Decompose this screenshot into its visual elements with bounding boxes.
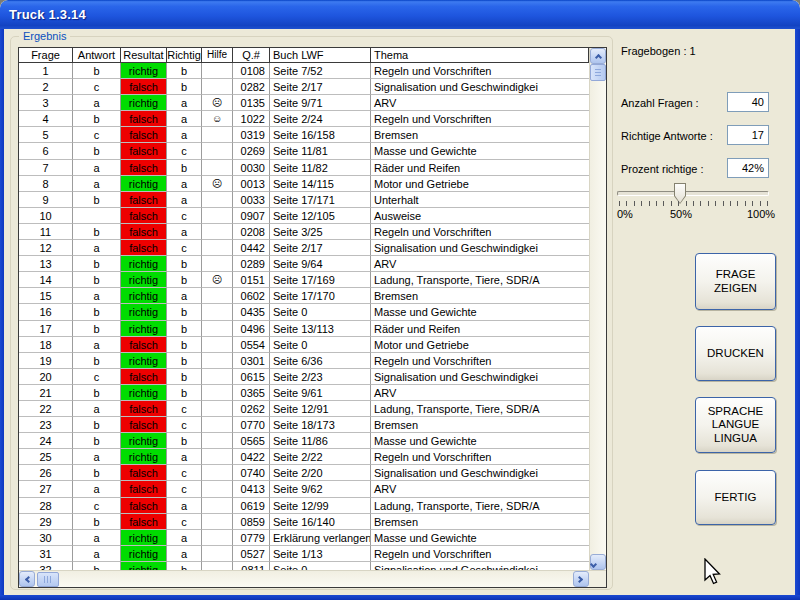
column-header-hilfe[interactable]: Hilfe xyxy=(202,48,233,63)
richtige-antworte-label: Richtige Antworte : xyxy=(621,129,713,143)
column-header-buch-lwf[interactable]: Buch LWF xyxy=(270,48,371,63)
scroll-left-button[interactable] xyxy=(19,571,35,587)
window-border-left xyxy=(0,29,4,600)
table-row[interactable]: 4bfalscha☺1022Seite 2/24Regeln und Vorsc… xyxy=(19,111,589,127)
scroll-right-button[interactable] xyxy=(573,571,589,587)
cell-antwort: b xyxy=(73,514,121,530)
cell-resultat: richtig xyxy=(121,95,167,111)
scroll-up-button[interactable] xyxy=(590,48,606,64)
table-row[interactable]: 32brichtigb0811Seite 0Signalisation und … xyxy=(19,562,589,570)
vertical-scrollbar[interactable] xyxy=(589,48,606,570)
table-row[interactable]: 10falschc0907Seite 12/105Ausweise xyxy=(19,208,589,224)
vertical-scrollbar-thumb[interactable] xyxy=(590,64,606,81)
table-row[interactable]: 23bfalschc0770Seite 18/173Bremsen xyxy=(19,417,589,433)
cell-hilfe xyxy=(202,481,233,497)
cell-thema: Regeln und Vorschriften xyxy=(371,63,589,79)
table-row[interactable]: 9bfalscha0033Seite 17/171Unterhalt xyxy=(19,192,589,208)
anzahl-fragen-field[interactable]: 40 xyxy=(727,92,769,112)
cell-frage: 20 xyxy=(19,369,73,385)
cell-frage: 10 xyxy=(19,208,73,224)
table-row[interactable]: 28cfalscha0619Seite 12/99Ladung, Transpo… xyxy=(19,498,589,514)
table-row[interactable]: 19brichtigb0301Seite 6/36Regeln und Vors… xyxy=(19,353,589,369)
cell-buch-lwf: Seite 0 xyxy=(270,337,371,353)
results-table: Frage Antwort Resultat Richtig Hilfe Q.#… xyxy=(18,47,607,588)
table-row[interactable]: 6bfalschc0269Seite 11/81Masse und Gewich… xyxy=(19,143,589,159)
drucken-button[interactable]: DRUCKEN xyxy=(695,326,776,381)
table-row[interactable]: 21brichtigb0365Seite 9/61ARV xyxy=(19,385,589,401)
cell-frage: 22 xyxy=(19,401,73,417)
frage-zeigen-button[interactable]: FRAGE ZEIGEN xyxy=(695,253,776,310)
cell-resultat: richtig xyxy=(121,272,167,288)
column-header-thema[interactable]: Thema xyxy=(371,48,589,63)
cell-hilfe xyxy=(202,369,233,385)
cell-richtig: b xyxy=(167,353,202,369)
table-row[interactable]: 14brichtigb☹0151Seite 17/169Ladung, Tran… xyxy=(19,272,589,288)
cell-richtig: a xyxy=(167,449,202,465)
title-bar[interactable]: Truck 1.3.14 xyxy=(0,0,800,29)
table-row[interactable]: 26bfalschc0740Seite 2/20Signalisation un… xyxy=(19,465,589,481)
cell-resultat: falsch xyxy=(121,401,167,417)
cell-richtig: c xyxy=(167,240,202,256)
cell-buch-lwf: Seite 12/91 xyxy=(270,401,371,417)
table-row[interactable]: 29bfalschc0859Seite 16/140Bremsen xyxy=(19,514,589,530)
table-row[interactable]: 22afalschc0262Seite 12/91Ladung, Transpo… xyxy=(19,401,589,417)
sprache-button[interactable]: SPRACHE LANGUE LINGUA xyxy=(695,397,776,453)
cell-buch-lwf: Erklärung verlangen xyxy=(270,530,371,546)
cell-frage: 28 xyxy=(19,498,73,514)
cell-qnr: 0269 xyxy=(233,143,270,159)
cell-frage: 1 xyxy=(19,63,73,79)
table-row[interactable]: 12afalschc0442Seite 2/17Signalisation un… xyxy=(19,240,589,256)
cell-thema: Masse und Gewichte xyxy=(371,433,589,449)
column-header-frage[interactable]: Frage xyxy=(19,48,73,63)
table-row[interactable]: 8arichtiga☹0013Seite 14/115Motor und Get… xyxy=(19,176,589,192)
sad-face-icon: ☹ xyxy=(202,272,233,288)
percent-slider-track[interactable] xyxy=(617,191,769,196)
horizontal-scrollbar-thumb[interactable] xyxy=(37,572,59,587)
scroll-down-button[interactable] xyxy=(590,554,606,570)
cell-qnr: 0108 xyxy=(233,63,270,79)
table-row[interactable]: 2cfalschb0282Seite 2/17Signalisation und… xyxy=(19,79,589,95)
cell-thema: Ausweise xyxy=(371,208,589,224)
cell-frage: 30 xyxy=(19,530,73,546)
column-header-richtig[interactable]: Richtig xyxy=(167,48,202,63)
fertig-button[interactable]: FERTIG xyxy=(695,470,776,525)
cell-thema: Motor und Getriebe xyxy=(371,176,589,192)
column-header-resultat[interactable]: Resultat xyxy=(121,48,167,63)
table-row[interactable]: 17brichtigb0496Seite 13/113Räder und Rei… xyxy=(19,321,589,337)
table-row[interactable]: 1brichtigb0108Seite 7/52Regeln und Vorsc… xyxy=(19,63,589,79)
table-row[interactable]: 18afalschb0554Seite 0Motor und Getriebe xyxy=(19,337,589,353)
cell-richtig: b xyxy=(167,304,202,320)
table-row[interactable]: 3arichtiga☹0135Seite 9/71ARV xyxy=(19,95,589,111)
cell-qnr: 0615 xyxy=(233,369,270,385)
table-row[interactable]: 30arichtiga0779Erklärung verlangenMasse … xyxy=(19,530,589,546)
app-window: Truck 1.3.14 Ergebnis Frage Antwort Resu… xyxy=(0,0,800,600)
cell-frage: 4 xyxy=(19,111,73,127)
column-header-qnr[interactable]: Q.# xyxy=(233,48,270,63)
cell-resultat: richtig xyxy=(121,449,167,465)
table-row[interactable]: 16brichtigb0435Seite 0Masse und Gewichte xyxy=(19,304,589,320)
cell-antwort: b xyxy=(73,417,121,433)
cell-frage: 21 xyxy=(19,385,73,401)
cell-hilfe xyxy=(202,304,233,320)
table-row[interactable]: 5cfalscha0319Seite 16/158Bremsen xyxy=(19,127,589,143)
cell-antwort: b xyxy=(73,256,121,272)
table-row[interactable]: 25arichtiga0422Seite 2/22Regeln und Vors… xyxy=(19,449,589,465)
column-header-antwort[interactable]: Antwort xyxy=(73,48,121,63)
sad-face-icon: ☹ xyxy=(202,95,233,111)
cell-resultat: falsch xyxy=(121,240,167,256)
cell-antwort: a xyxy=(73,95,121,111)
table-row[interactable]: 31arichtiga0527Seite 1/13Regeln und Vors… xyxy=(19,546,589,562)
prozent-richtige-field[interactable]: 42% xyxy=(727,158,769,178)
table-row[interactable]: 20cfalschb0615Seite 2/23Signalisation un… xyxy=(19,369,589,385)
table-row[interactable]: 24brichtigb0565Seite 11/86Masse und Gewi… xyxy=(19,433,589,449)
horizontal-scrollbar[interactable] xyxy=(19,571,589,587)
table-row[interactable]: 7afalschb0030Seite 11/82Räder und Reifen xyxy=(19,160,589,176)
richtige-antworte-field[interactable]: 17 xyxy=(727,125,769,145)
table-row[interactable]: 15arichtiga0602Seite 17/170Bremsen xyxy=(19,288,589,304)
cell-qnr: 0779 xyxy=(233,530,270,546)
cell-frage: 2 xyxy=(19,79,73,95)
cell-antwort: b xyxy=(73,353,121,369)
table-row[interactable]: 13brichtigb0289Seite 9/64ARV xyxy=(19,256,589,272)
table-row[interactable]: 11bfalscha0208Seite 3/25Regeln und Vorsc… xyxy=(19,224,589,240)
table-row[interactable]: 27afalschc0413Seite 9/62ARV xyxy=(19,481,589,497)
